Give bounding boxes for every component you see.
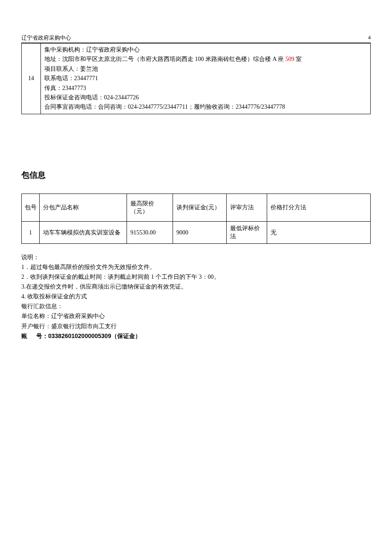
phone-line: 联系电话：23447771 — [44, 74, 367, 83]
bank-info-label: 银行汇款信息： — [21, 301, 371, 311]
document-page: 辽宁省政府采购中心 4 14 集中采购机构：辽宁省政府采购中心 地址：沈阳市和平… — [0, 0, 392, 341]
cell-product-name: 动车车辆模拟仿真实训室设备 — [40, 221, 127, 243]
address-line: 地址：沈阳市和平区太原北街二号（市府大路西塔岗西走 100 米路南砖红色楼）综合… — [44, 55, 367, 64]
account-line: 账号：0338260102000005309（保证金） — [21, 331, 371, 341]
col-eval-method: 评审方法 — [227, 194, 267, 221]
table-row: 1 动车车辆模拟仿真实训室设备 915530.00 9000 最低评标价法 无 — [22, 221, 371, 243]
unit-name-line: 单位名称：辽宁省政府采购中心 — [21, 311, 371, 321]
note-4: 4. 收取投标保证金的方式 — [21, 292, 371, 301]
page-header: 辽宁省政府采购中心 4 — [21, 34, 371, 43]
contact-info-table: 14 集中采购机构：辽宁省政府采购中心 地址：沈阳市和平区太原北街二号（市府大路… — [21, 43, 371, 114]
deposit-phone-line: 投标保证金咨询电话：024-23447726 — [44, 93, 367, 102]
address-prefix: 地址：沈阳市和平区太原北街二号（市府大路西塔岗西走 100 米路南砖红色楼）综合… — [44, 56, 285, 62]
col-deposit: 谈判保证金(元） — [173, 194, 227, 221]
col-max-price: 最高限价（元） — [127, 194, 173, 221]
header-org: 辽宁省政府采购中心 — [21, 34, 71, 42]
fax-line: 传真：23447773 — [44, 84, 367, 93]
package-section-title: 包信息 — [21, 170, 371, 181]
bank-name-line: 开户银行：盛京银行沈阳市向工支行 — [21, 321, 371, 331]
row-number: 14 — [22, 43, 41, 114]
note-3: 3.在递交报价文件时，供应商须出示已缴纳保证金的有效凭证。 — [21, 282, 371, 292]
org-line: 集中采购机构：辽宁省政府采购中心 — [44, 45, 367, 55]
account-number: 0338260102000005309（保证金） — [48, 332, 141, 339]
cell-max-price: 915530.00 — [127, 221, 173, 243]
notes-label: 说明： — [21, 252, 371, 262]
account-label-char2: 号： — [36, 332, 48, 339]
table-header-row: 包号 分包产品名称 最高限价（元） 谈判保证金(元） 评审方法 价格打分方法 — [22, 194, 371, 221]
note-1: 1．超过每包最高限价的报价文件为无效报价文件。 — [21, 262, 371, 272]
col-package-no: 包号 — [22, 194, 40, 221]
address-suffix: 室 — [294, 56, 302, 62]
cell-eval-method: 最低评标价法 — [227, 221, 267, 243]
contract-phone-line: 合同事宜咨询电话：合同咨询：024-23447775/23447711；履约验收… — [44, 102, 367, 112]
package-table: 包号 分包产品名称 最高限价（元） 谈判保证金(元） 评审方法 价格打分方法 1… — [21, 194, 371, 244]
cell-package-no: 1 — [22, 221, 40, 243]
col-scoring-method: 价格打分方法 — [267, 194, 371, 221]
col-product-name: 分包产品名称 — [40, 194, 127, 221]
cell-scoring-method: 无 — [267, 221, 371, 243]
note-2: 2．收到谈判保证金的截止时间：谈判截止时间前 1 个工作日的下午 3：00。 — [21, 272, 371, 282]
header-page-number: 4 — [368, 34, 371, 42]
contact-person-line: 项目联系人：姜兰池 — [44, 64, 367, 74]
account-label-char1: 账 — [21, 332, 36, 339]
address-room-number: 509 — [285, 56, 294, 62]
contact-info-cell: 集中采购机构：辽宁省政府采购中心 地址：沈阳市和平区太原北街二号（市府大路西塔岗… — [41, 43, 371, 114]
notes-section: 说明： 1．超过每包最高限价的报价文件为无效报价文件。 2．收到谈判保证金的截止… — [21, 252, 371, 341]
cell-deposit: 9000 — [173, 221, 227, 243]
